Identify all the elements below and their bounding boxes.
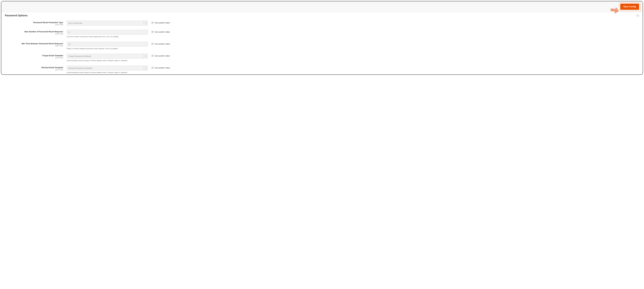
- config-panel: Save Config Password Options Password Re…: [1, 1, 643, 75]
- checkmark-icon: [152, 55, 153, 56]
- use-system-label: Use system value: [155, 67, 170, 69]
- field-hint: Delay in minutes between password reset …: [67, 48, 148, 49]
- input-col: Limit the number of password reset reque…: [67, 30, 148, 37]
- use-system-checkbox[interactable]: [152, 31, 154, 33]
- max-requests-input[interactable]: [67, 30, 148, 35]
- checkbox-col: Use system value: [148, 30, 170, 33]
- use-system-label: Use system value: [155, 55, 170, 57]
- scope-label: [store view]: [5, 57, 63, 59]
- field-label: Max Number of Password Reset Requests: [24, 30, 63, 33]
- dropdown-arrow: [143, 66, 148, 70]
- forgot-template-select[interactable]: Forgot Password (Default): [67, 54, 148, 58]
- scope-label: [store view]: [5, 33, 63, 35]
- protection-type-select[interactable]: By IP and Email: [67, 20, 148, 25]
- dropdown-arrow: [143, 54, 148, 58]
- input-col: Forgot Password (Default) Email template…: [67, 54, 148, 61]
- scope-label: [store view]: [5, 69, 63, 71]
- field-label: Password Reset Protection Type: [33, 21, 63, 23]
- label-col: Max Number of Password Reset Requests [s…: [5, 30, 67, 35]
- label-col: Forgot Email Template [store view]: [5, 54, 67, 59]
- field-hint: Limit the number of password reset reque…: [67, 36, 148, 37]
- scope-label: [store view]: [5, 24, 63, 26]
- dropdown-arrow: [143, 21, 148, 25]
- use-system-label: Use system value: [155, 22, 170, 24]
- field-label: Forgot Email Template: [42, 54, 63, 57]
- header-bar: Save Config: [1, 1, 643, 12]
- section-header: Password Options: [1, 12, 643, 18]
- field-protection-type: Password Reset Protection Type [store vi…: [5, 20, 639, 26]
- section-title: Password Options: [5, 14, 28, 17]
- min-time-input[interactable]: [67, 42, 148, 46]
- save-config-button[interactable]: Save Config: [620, 3, 639, 10]
- form-body: Password Reset Protection Type [store vi…: [1, 18, 643, 74]
- input-col: Remind Password (Default) Email template…: [67, 66, 148, 73]
- field-hint: Email template chosen based on theme fal…: [67, 60, 148, 61]
- checkmark-icon: [152, 67, 153, 68]
- field-hint: Email template chosen based on theme fal…: [67, 71, 148, 73]
- use-system-checkbox[interactable]: [152, 22, 154, 24]
- field-min-time: Min Time Between Password Reset Requests…: [5, 42, 639, 49]
- checkmark-icon: [152, 31, 153, 32]
- label-col: Remind Email Template [store view]: [5, 66, 67, 71]
- checkbox-col: Use system value: [148, 54, 170, 57]
- use-system-label: Use system value: [155, 43, 170, 45]
- use-system-checkbox[interactable]: [152, 55, 154, 57]
- chevron-up-icon: [637, 15, 638, 16]
- use-system-checkbox[interactable]: [152, 67, 154, 69]
- scope-label: [store view]: [5, 45, 63, 47]
- label-col: Min Time Between Password Reset Requests…: [5, 42, 67, 47]
- label-col: Password Reset Protection Type [store vi…: [5, 20, 67, 26]
- checkmark-icon: [152, 43, 153, 44]
- field-remind-template: Remind Email Template [store view] Remin…: [5, 66, 639, 73]
- field-label: Min Time Between Password Reset Requests: [22, 42, 63, 45]
- input-col: By IP and Email: [67, 20, 148, 25]
- checkbox-col: Use system value: [148, 20, 170, 24]
- remind-template-select[interactable]: Remind Password (Default): [67, 66, 148, 70]
- use-system-label: Use system value: [155, 31, 170, 33]
- select-value: By IP and Email: [67, 21, 143, 25]
- collapse-toggle[interactable]: [636, 14, 639, 17]
- field-max-requests: Max Number of Password Reset Requests [s…: [5, 30, 639, 37]
- select-value: Forgot Password (Default): [67, 54, 143, 58]
- checkbox-col: Use system value: [148, 42, 170, 45]
- caret-down-icon: [145, 68, 146, 68]
- checkmark-icon: [152, 22, 153, 23]
- field-forgot-template: Forgot Email Template [store view] Forgo…: [5, 54, 639, 61]
- field-label: Remind Email Template: [42, 66, 63, 69]
- input-col: Delay in minutes between password reset …: [67, 42, 148, 49]
- use-system-checkbox[interactable]: [152, 43, 154, 45]
- checkbox-col: Use system value: [148, 66, 170, 69]
- caret-down-icon: [145, 23, 146, 23]
- select-value: Remind Password (Default): [67, 66, 143, 70]
- caret-down-icon: [145, 56, 146, 56]
